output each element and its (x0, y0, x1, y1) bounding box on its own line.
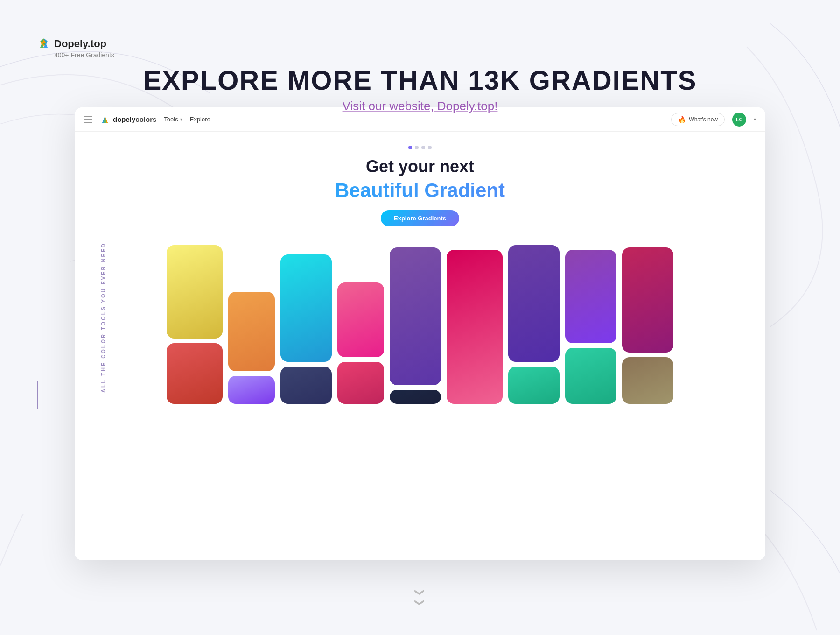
gradient-card[interactable] (337, 362, 384, 404)
gradient-card[interactable] (167, 245, 223, 339)
gradient-card[interactable] (508, 245, 560, 362)
hamburger-menu[interactable] (84, 116, 92, 123)
carousel-dots (75, 146, 765, 149)
gradient-card[interactable] (337, 282, 384, 357)
dopely-brand-icon (37, 37, 50, 50)
gradient-card[interactable] (622, 247, 673, 353)
hero-title: Get your next (75, 157, 765, 176)
gradient-card[interactable] (565, 250, 616, 343)
chevron-down-icon-1: ❯ (415, 588, 425, 596)
hero-content: Get your next Beautiful Gradient Explore… (75, 132, 765, 236)
nav-logo-text: dopelycolors (113, 115, 156, 123)
gradient-card[interactable] (228, 376, 275, 404)
user-avatar[interactable]: LC (732, 113, 746, 127)
sub-headline: Visit our website, Dopely.top! (0, 99, 840, 113)
logo-brand-name: Dopely.top (54, 38, 106, 50)
logo-row[interactable]: Dopely.top (37, 37, 114, 50)
main-headline: EXPLORE MORE THAN 13K GRADIENTS (0, 65, 840, 95)
gradient-card[interactable] (228, 292, 275, 371)
scroll-down-indicator[interactable]: ❯ ❯ (416, 587, 424, 607)
dot-1[interactable] (408, 146, 412, 149)
logo-tagline: 400+ Free Gradients (54, 51, 114, 59)
avatar-chevron-icon[interactable]: ▾ (754, 117, 756, 122)
dot-4[interactable] (428, 146, 432, 149)
dot-2[interactable] (415, 146, 419, 149)
nav-tools-menu[interactable]: Tools ▾ (164, 116, 182, 123)
gradient-card[interactable] (280, 367, 332, 404)
sidebar-line (37, 381, 38, 409)
gradient-card[interactable] (447, 250, 503, 404)
gradient-card[interactable] (565, 348, 616, 404)
hero-gradient-title: Beautiful Gradient (75, 179, 765, 202)
gradient-card[interactable] (390, 247, 441, 385)
brand-logo-area: Dopely.top 400+ Free Gradients (37, 37, 114, 59)
nav-logo-icon (100, 114, 110, 125)
sub-link[interactable]: Dopely.top! (437, 99, 498, 113)
headline-area: EXPLORE MORE THAN 13K GRADIENTS Visit ou… (0, 65, 840, 113)
gradient-card[interactable] (508, 367, 560, 404)
gradient-card[interactable] (280, 254, 332, 362)
sidebar-text: ALL THE COLOR TOOLS YOU EVER NEED (100, 242, 106, 393)
fire-icon: 🔥 (678, 116, 686, 123)
chevron-down-icon-2: ❯ (415, 599, 425, 607)
tools-chevron-icon: ▾ (180, 117, 182, 122)
dot-3[interactable] (421, 146, 425, 149)
whats-new-button[interactable]: 🔥 What's new (671, 113, 725, 126)
explore-gradients-button[interactable]: Explore Gradients (381, 210, 459, 226)
gradient-cards-area (75, 236, 765, 404)
gradient-card[interactable] (622, 357, 673, 404)
gradient-card[interactable] (390, 390, 441, 404)
gradient-card[interactable] (167, 343, 223, 404)
sub-prefix: Visit our website, (343, 99, 437, 113)
browser-mockup: dopelycolors Tools ▾ Explore 🔥 What's ne… (75, 107, 765, 560)
nav-logo[interactable]: dopelycolors (100, 114, 156, 125)
nav-explore-link[interactable]: Explore (190, 116, 210, 123)
